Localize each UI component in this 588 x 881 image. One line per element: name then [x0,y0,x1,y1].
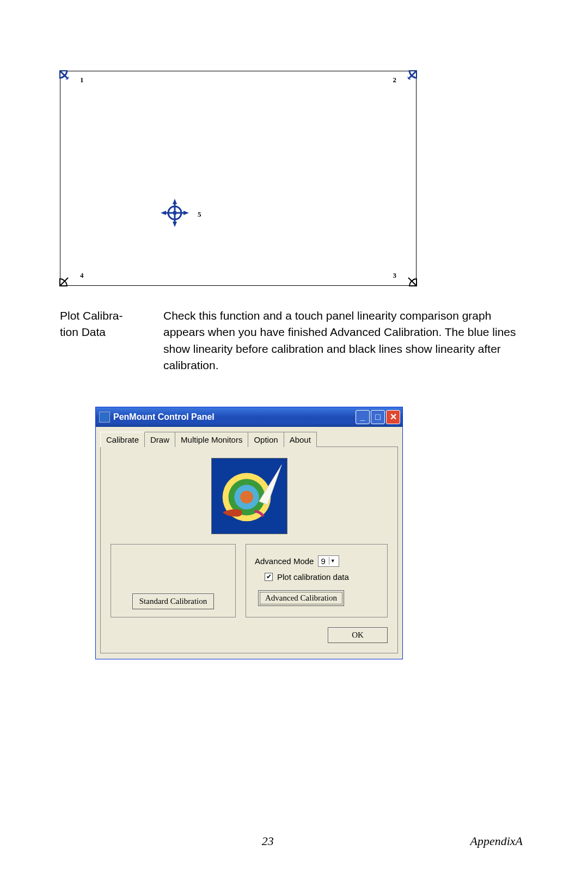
standard-group: Standard Calibration [111,544,236,617]
minimize-icon: _ [360,412,365,422]
tab-option[interactable]: Option [248,432,284,447]
definition-description: Check this function and a touch panel li… [163,308,528,374]
dropdown-arrow-icon: ▼ [329,557,336,565]
advanced-mode-value: 9 [321,556,325,566]
standard-calibration-button[interactable]: Standard Calibration [132,594,215,609]
svg-point-14 [240,491,253,504]
calibration-corner-1-icon [59,70,77,88]
tab-calibrate[interactable]: Calibrate [100,432,145,447]
calibration-corner-2-icon [400,70,417,88]
tab-draw[interactable]: Draw [144,432,175,447]
definition-term: Plot Calibra- tion Data [60,308,142,374]
tab-strip: Calibrate Draw Multiple Monitors Option … [100,431,398,447]
plot-calibration-label: PPlot calibration datalot calibration da… [277,572,349,582]
plot-calibration-checkbox[interactable]: ✔ [265,573,273,581]
tab-multiple-monitors[interactable]: Multiple Monitors [175,432,248,447]
advanced-group: Advanced Mode 9 ▼ ✔ PPlot calibration da… [246,544,388,617]
calibration-label-5: 5 [198,210,201,219]
maximize-button[interactable]: □ [371,410,385,424]
titlebar[interactable]: PenMount Control Panel _ □ ✕ [96,407,402,427]
tab-about[interactable]: About [284,432,317,447]
maximize-icon: □ [375,412,381,422]
svg-marker-5 [161,211,166,215]
calibration-label-3: 3 [393,271,397,280]
window-title: PenMount Control Panel [113,412,356,422]
page-number: 23 [262,834,274,848]
calibration-label-4: 4 [80,271,84,280]
calibration-center-target-icon [158,197,191,229]
calibration-label-2: 2 [393,76,397,84]
calibration-graphic [211,458,287,534]
advanced-mode-label: Advanced Mode [255,556,314,566]
calibrate-panel: Standard Calibration Advanced Mode 9 ▼ [100,447,398,653]
app-icon [99,412,110,423]
ok-button[interactable]: OK [328,627,388,643]
svg-marker-3 [173,199,177,204]
calibration-corner-4-icon [59,269,77,286]
minimize-button[interactable]: _ [356,410,370,424]
calibration-corner-3-icon [400,269,417,286]
close-button[interactable]: ✕ [386,410,400,424]
advanced-mode-select[interactable]: 9 ▼ [318,555,339,567]
svg-marker-6 [183,211,189,215]
calibration-label-1: 1 [80,76,84,84]
section-name: AppendixA [470,834,523,848]
svg-rect-9 [173,211,176,215]
svg-marker-4 [173,222,177,227]
close-icon: ✕ [390,412,397,422]
advanced-calibration-button[interactable]: Advanced Calibration [258,590,344,606]
penmount-window: PenMount Control Panel _ □ ✕ Calibrate D… [95,407,403,659]
calibration-screen-figure: 1 2 3 4 5 [60,71,416,286]
